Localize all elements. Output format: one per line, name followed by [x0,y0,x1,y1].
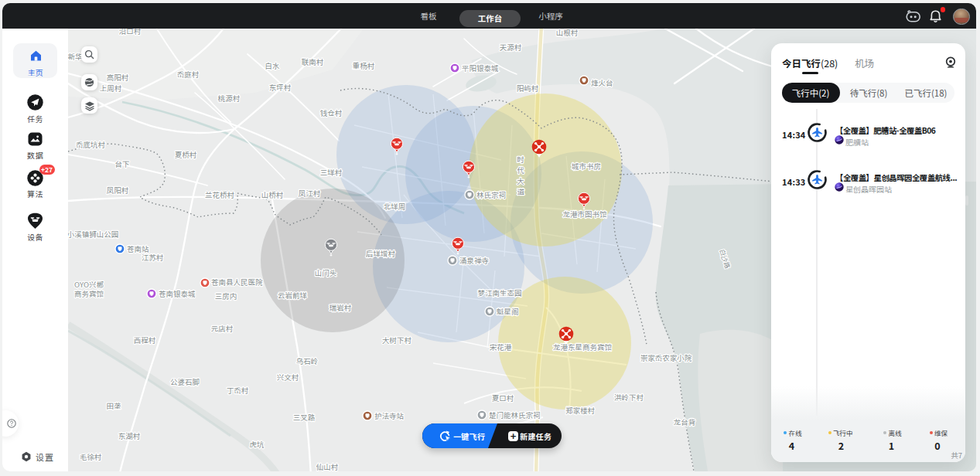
svg-text:重杨村: 重杨村 [353,60,375,71]
svg-text:凤阳村: 凤阳村 [107,185,129,196]
svg-text:商务宾馆: 商务宾馆 [74,288,104,299]
svg-text:天源村: 天源村 [500,42,522,53]
svg-text:山桥村: 山桥村 [261,189,284,200]
svg-text:护法寺站: 护法寺站 [374,410,404,421]
svg-text:白水: 白水 [265,60,280,71]
svg-text:龙台背: 龙台背 [674,416,696,427]
svg-text:兴文村: 兴文村 [277,372,299,382]
svg-text:桃源村: 桃源村 [218,93,241,104]
svg-text:苍南银泰城: 苍南银泰城 [159,288,196,299]
svg-text:西程村: 西程村 [134,335,156,345]
svg-text:山门头: 山门头 [315,267,337,278]
svg-text:瑞岩村: 瑞岩村 [330,302,352,313]
svg-text:林氏宗祠: 林氏宗祠 [476,189,506,200]
svg-text:新华: 新华 [68,51,83,62]
svg-text:岙底坑村: 岙底坑村 [76,139,106,150]
svg-text:山根村: 山根村 [556,29,579,38]
svg-text:云岩前垟: 云岩前垟 [278,290,308,301]
svg-text:崇家岙农家小院: 崇家岙农家小院 [640,352,692,363]
svg-text:东湖村: 东湖村 [118,430,141,441]
svg-text:三房内: 三房内 [215,291,237,301]
svg-text:郑家楼村: 郑家楼村 [565,405,596,416]
svg-text:龙港东星商务宾馆: 龙港东星商务宾馆 [553,342,612,352]
svg-text:高阳村: 高阳村 [107,72,129,83]
svg-text:道: 道 [517,186,524,197]
svg-text:三垟村: 三垟村 [320,167,343,178]
svg-text:夏桥村: 夏桥村 [175,149,197,160]
svg-text:田垄: 田垄 [106,400,121,411]
svg-text:苍南站: 苍南站 [127,243,149,254]
svg-text:洪岭下村: 洪岭下村 [614,392,644,403]
svg-text:公婆石脚: 公婆石脚 [170,376,200,387]
svg-text:魁星阁: 魁星阁 [497,306,519,317]
svg-text:钱仓村: 钱仓村 [320,107,343,118]
svg-text:代: 代 [517,165,524,175]
svg-text:东坪村: 东坪村 [269,82,292,93]
svg-text:小溪镇狮山公园: 小溪镇狮山公园 [68,229,118,240]
svg-text:后垟增村: 后垟增村 [366,248,396,259]
svg-text:梦江南生态园: 梦江南生态园 [477,287,521,298]
svg-text:大: 大 [517,175,524,186]
svg-text:联南村: 联南村 [302,56,324,67]
svg-text:宋花港: 宋花港 [490,342,512,352]
svg-text:烽火台: 烽火台 [591,77,613,88]
svg-text:三叉路: 三叉路 [293,412,316,423]
svg-text:涌泉禅寺: 涌泉禅寺 [459,255,489,266]
svg-text:凤江村: 凤江村 [299,188,321,199]
svg-text:苍南县人民医院: 苍南县人民医院 [211,277,263,287]
svg-text:上周村: 上周村 [100,83,122,94]
svg-text:楚门能林氏宗祠: 楚门能林氏宗祠 [489,410,541,420]
svg-text:台下: 台下 [114,158,129,169]
svg-text:大树下村: 大树下村 [382,335,412,345]
svg-text:沿口村: 沿口村 [119,29,142,36]
svg-text:城市书房: 城市书房 [572,161,601,172]
svg-text:时: 时 [517,154,524,165]
svg-text:岙庭村: 岙庭村 [177,69,200,80]
svg-text:丁岙村: 丁岙村 [227,385,249,396]
svg-text:毛徐村: 毛徐村 [80,451,102,462]
svg-text:兰花桥村: 兰花桥村 [205,189,235,200]
svg-text:夏口村: 夏口村 [492,393,514,403]
svg-text:北垟周: 北垟周 [384,201,406,212]
svg-text:阳屿村: 阳屿村 [517,83,539,94]
svg-text:平阳银泰城: 平阳银泰城 [462,63,499,73]
svg-text:仙山村: 仙山村 [316,461,339,471]
svg-text:龙港市图书馆: 龙港市图书馆 [562,209,606,219]
svg-text:乌石岭: 乌石岭 [296,355,319,366]
svg-text:元店村: 元店村 [211,323,234,334]
svg-text:虎坑: 虎坑 [249,439,264,450]
